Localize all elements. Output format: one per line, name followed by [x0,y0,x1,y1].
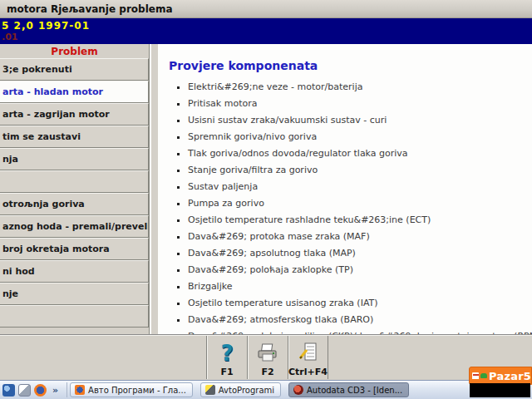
bullet-item: Dava&#269; poloћaja zaklopke (TP) [169,263,527,279]
edit-document-button-label: Ctrl+F4 [288,367,328,377]
application-window: motora Rjeљavanje problema 5 2,0 1997-01… [0,0,532,399]
bullet-text: Pritisak motora [188,96,257,111]
sidebar-item[interactable]: otroљnja goriva [0,193,149,215]
function-toolbar: ? F1 F2 [0,334,532,380]
bullet-item: Dava&#269; atmosferskog tlaka (BARO) [169,313,527,329]
firefox-icon[interactable] [34,384,47,397]
bullet-icon [177,136,180,139]
bullet-icon [177,303,180,305]
bullet-item: Usisni sustav zraka/vakuumski sustav - c… [169,113,527,130]
browser-icon[interactable] [2,384,15,397]
sidebar-item[interactable]: arta - zagrijan motor [0,103,149,126]
sidebar-item[interactable]: broj okretaja motora [0,238,149,260]
watermark-text: Pazar5 [489,370,531,382]
show-desktop-icon[interactable] [18,384,31,397]
car-icon [480,373,487,378]
bullet-item: Tlak goriva/odnos dovoda/regulator tlaka… [169,146,527,163]
sidebar-list: 3;e pokrenutiarta - hladan motorarta - z… [0,58,149,328]
bullet-icon [177,269,180,272]
main-area: Problem 3;e pokrenutiarta - hladan motor… [0,44,532,334]
bullet-text: Dava&#269; apsolutnog tlaka (MAP) [188,246,356,261]
bullet-item: Stanje goriva/filtra za gorivo [169,163,527,180]
task-button-label: Авто Програми - Гла... [88,386,186,395]
sidebar-item[interactable] [0,170,149,193]
bullet-icon [177,253,180,255]
avtoprogrami-icon [205,385,215,395]
bullet-text: Osjetilo temperature usisanog zraka (IAT… [188,296,378,311]
bullet-icon [177,153,180,155]
taskbar: » Авто Програми - Гла... AvtoProgrami Au… [0,380,532,399]
bullet-icon [177,120,180,122]
pazar5-watermark: Pazar5 [469,367,532,385]
bullet-text: Stanje goriva/filtra za gorivo [188,163,318,178]
title-bar: motora Rjeљavanje problema [0,0,532,18]
bullet-icon [177,170,180,172]
bullet-icon [177,203,180,205]
print-button[interactable]: F2 [247,336,288,379]
bullet-item: Osjetilo temperature rashladne teku&#263… [169,213,527,229]
content-pane: Provjere komponenata Elektri&#269;ne vez… [160,44,532,334]
document-pencil-icon [297,340,320,367]
bullet-item: Pritisak motora [169,96,527,113]
bullet-item: Spremnik goriva/nivo goriva [169,130,527,146]
bullet-item: Pumpa za gorivo [169,196,527,213]
task-button-autodata[interactable]: Autodata CD3 - [Iden... [288,382,409,397]
bullet-text: Brizgaljke [188,279,232,294]
bullet-text: Dava&#269; atmosferskog tlaka (BARO) [188,313,373,328]
task-button-label: AvtoProgrami [219,386,274,395]
bullet-icon [177,286,180,288]
help-button[interactable]: ? F1 [206,336,247,379]
bullet-icon [177,103,180,106]
bullet-text: Usisni sustav zraka/vakuumski sustav - c… [188,113,387,128]
sidebar-item[interactable]: aznog hoda - premali/prevelik [0,215,149,238]
bullet-text: Tlak goriva/odnos dovoda/regulator tlaka… [188,146,408,161]
bullet-text: Sustav paljenja [188,180,258,195]
quick-launch-area: » [0,384,64,397]
sidebar-item[interactable]: nja [0,148,149,170]
bullet-text: Osjetilo temperature rashladne teku&#263… [188,213,431,228]
bullet-icon [177,319,180,322]
task-button-label: Autodata CD3 - [Iden... [307,386,402,395]
quick-launch-overflow-chevron[interactable]: » [50,385,61,396]
censored-system-tray [470,383,530,397]
sidebar-item[interactable]: nje [0,283,149,305]
splitter-handle[interactable] [150,44,160,334]
bullet-item: Sustav paljenja [169,180,527,196]
toolbar-button-group: ? F1 F2 [206,336,328,379]
task-button-avto-programi[interactable]: Авто Програми - Гла... [70,382,193,397]
taskbar-separator [66,382,67,397]
bullet-item: Brizgaljke [169,279,527,296]
sidebar-item[interactable]: tim se zaustavi [0,126,149,148]
autodata-icon [293,385,303,395]
vehicle-header-line1: 5 2,0 1997-01 [2,20,532,32]
sidebar-item[interactable]: arta - hladan motor [0,81,149,103]
edit-document-button[interactable]: Ctrl+F4 [288,336,328,379]
bullet-text: Dava&#269; protoka mase zraka (MAF) [188,229,370,244]
sidebar-title: Problem [0,44,149,58]
bullet-icon [177,86,180,89]
sidebar-item[interactable]: 3;e pokrenuti [0,58,149,81]
bullet-item: Osjetilo temperature usisanog zraka (IAT… [169,296,527,313]
bullet-item: Dava&#269; apsolutnog tlaka (MAP) [169,246,527,263]
bullet-item: Elektri&#269;ne veze - motor/baterija [169,80,527,96]
bullet-text: Elektri&#269;ne veze - motor/baterija [188,80,362,95]
window-title: motora Rjeљavanje problema [7,3,173,15]
content-heading: Provjere komponenata [169,59,527,72]
bullet-text: Dava&#269; poloћaja zaklopke (TP) [188,263,353,278]
firefox-icon [75,385,85,395]
help-button-label: F1 [220,367,233,377]
vehicle-header: 5 2,0 1997-01 .01 [0,18,532,44]
bullet-item: Dava&#269; protoka mase zraka (MAF) [169,229,527,246]
sidebar-item[interactable] [0,305,149,328]
help-icon: ? [220,340,233,367]
bullet-text: Spremnik goriva/nivo goriva [188,130,317,145]
print-icon [256,340,279,367]
problem-sidebar: Problem 3;e pokrenutiarta - hladan motor… [0,44,150,334]
sidebar-item[interactable]: ni hod [0,260,149,283]
bullet-text: Pumpa za gorivo [188,196,264,211]
shop-icon [472,372,479,379]
bullet-list: Elektri&#269;ne veze - motor/baterijaPri… [169,80,527,334]
vehicle-header-line2: .01 [2,32,532,42]
task-button-avtoprogrami[interactable]: AvtoProgrami [200,382,281,397]
bullet-icon [177,186,180,189]
